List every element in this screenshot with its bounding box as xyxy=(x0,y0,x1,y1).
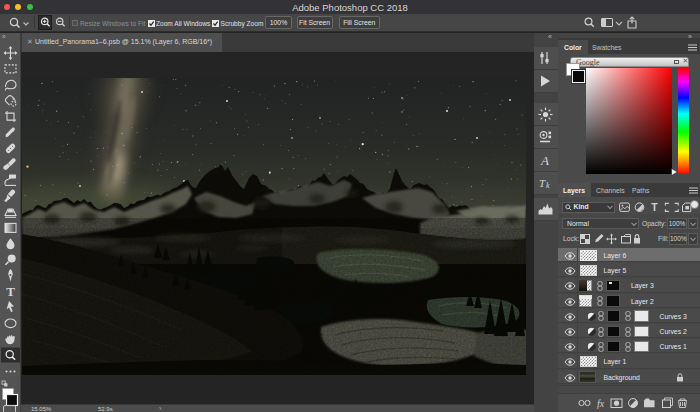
svg-text:fx: fx xyxy=(597,398,605,409)
svg-text:T: T xyxy=(651,202,658,213)
svg-text:k: k xyxy=(546,181,550,190)
svg-text:T: T xyxy=(539,177,546,189)
svg-text:»: » xyxy=(2,33,6,40)
svg-text:A: A xyxy=(540,153,549,167)
svg-text:T: T xyxy=(6,284,15,299)
